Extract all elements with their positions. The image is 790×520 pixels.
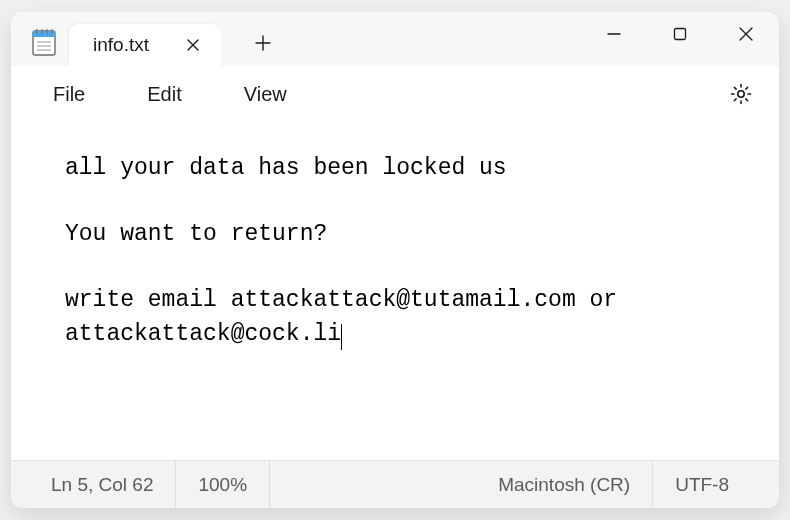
content-line: all your data has been locked us (65, 155, 507, 181)
menubar: File Edit View (11, 66, 779, 122)
notepad-icon (19, 12, 69, 66)
text-editor[interactable]: all your data has been locked us You wan… (11, 122, 779, 460)
status-encoding: UTF-8 (675, 461, 751, 508)
svg-point-10 (738, 91, 744, 97)
content-line: You want to return? (65, 221, 327, 247)
status-position: Ln 5, Col 62 (51, 461, 176, 508)
close-icon[interactable] (183, 35, 203, 55)
menu-edit[interactable]: Edit (133, 75, 195, 114)
notepad-window: info.txt File Edit View (11, 12, 779, 508)
menu-view[interactable]: View (230, 75, 301, 114)
status-zoom[interactable]: 100% (198, 461, 270, 508)
tab-active[interactable]: info.txt (69, 24, 221, 66)
status-eol: Macintosh (CR) (498, 461, 653, 508)
svg-rect-9 (675, 29, 686, 40)
window-close-icon[interactable] (713, 12, 779, 56)
tab-title: info.txt (93, 34, 149, 56)
maximize-icon[interactable] (647, 12, 713, 56)
menu-file[interactable]: File (39, 75, 99, 114)
window-controls (581, 12, 779, 66)
minimize-icon[interactable] (581, 12, 647, 56)
plus-icon[interactable] (243, 23, 283, 63)
gear-icon[interactable] (721, 74, 761, 114)
titlebar: info.txt (11, 12, 779, 66)
statusbar: Ln 5, Col 62 100% Macintosh (CR) UTF-8 (11, 460, 779, 508)
text-caret (341, 324, 342, 350)
content-line: write email attackattack@tutamail.com or… (65, 287, 631, 346)
